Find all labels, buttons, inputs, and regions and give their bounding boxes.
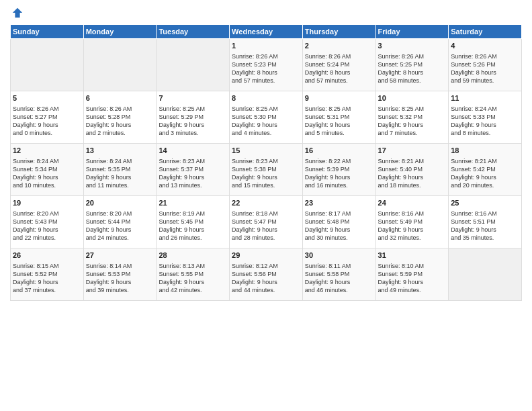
day-number: 27 bbox=[86, 250, 154, 261]
day-number: 30 bbox=[305, 250, 373, 261]
day-number: 22 bbox=[232, 198, 300, 208]
calendar-cell: 28Sunrise: 8:13 AM Sunset: 5:55 PM Dayli… bbox=[157, 248, 230, 301]
calendar-cell: 23Sunrise: 8:17 AM Sunset: 5:48 PM Dayli… bbox=[302, 196, 375, 248]
calendar-cell: 6Sunrise: 8:26 AM Sunset: 5:28 PM Daylig… bbox=[83, 91, 157, 144]
day-number: 26 bbox=[13, 250, 81, 261]
day-number: 8 bbox=[232, 93, 300, 103]
day-info: Sunrise: 8:25 AM Sunset: 5:29 PM Dayligh… bbox=[159, 105, 227, 138]
day-number: 13 bbox=[86, 146, 154, 156]
calendar-cell: 10Sunrise: 8:25 AM Sunset: 5:32 PM Dayli… bbox=[375, 91, 449, 144]
day-number: 2 bbox=[305, 41, 373, 51]
day-info: Sunrise: 8:12 AM Sunset: 5:56 PM Dayligh… bbox=[232, 262, 300, 295]
calendar-cell: 7Sunrise: 8:25 AM Sunset: 5:29 PM Daylig… bbox=[157, 91, 230, 144]
calendar-cell: 17Sunrise: 8:21 AM Sunset: 5:40 PM Dayli… bbox=[375, 144, 449, 196]
day-number: 3 bbox=[378, 41, 447, 51]
day-header-saturday: Saturday bbox=[449, 25, 522, 39]
day-info: Sunrise: 8:19 AM Sunset: 5:45 PM Dayligh… bbox=[159, 210, 227, 242]
day-info: Sunrise: 8:15 AM Sunset: 5:52 PM Dayligh… bbox=[13, 262, 81, 295]
day-info: Sunrise: 8:18 AM Sunset: 5:47 PM Dayligh… bbox=[232, 210, 300, 242]
calendar-cell: 9Sunrise: 8:25 AM Sunset: 5:31 PM Daylig… bbox=[302, 91, 375, 144]
day-number: 28 bbox=[159, 250, 227, 261]
day-info: Sunrise: 8:26 AM Sunset: 5:28 PM Dayligh… bbox=[86, 105, 154, 138]
day-number: 24 bbox=[378, 198, 447, 208]
day-number: 4 bbox=[451, 41, 519, 51]
day-header-friday: Friday bbox=[375, 25, 449, 39]
days-header-row: SundayMondayTuesdayWednesdayThursdayFrid… bbox=[11, 25, 522, 39]
day-info: Sunrise: 8:21 AM Sunset: 5:42 PM Dayligh… bbox=[451, 157, 519, 190]
day-number: 15 bbox=[232, 146, 300, 156]
logo bbox=[10, 7, 24, 19]
day-info: Sunrise: 8:16 AM Sunset: 5:51 PM Dayligh… bbox=[451, 210, 519, 242]
calendar-cell: 27Sunrise: 8:14 AM Sunset: 5:53 PM Dayli… bbox=[83, 248, 157, 301]
calendar-week-1: 1Sunrise: 8:26 AM Sunset: 5:23 PM Daylig… bbox=[11, 39, 522, 91]
day-header-monday: Monday bbox=[83, 25, 157, 39]
calendar-cell: 1Sunrise: 8:26 AM Sunset: 5:23 PM Daylig… bbox=[230, 39, 303, 91]
calendar-cell: 8Sunrise: 8:25 AM Sunset: 5:30 PM Daylig… bbox=[230, 91, 303, 144]
svg-marker-0 bbox=[13, 8, 22, 17]
calendar-cell: 12Sunrise: 8:24 AM Sunset: 5:34 PM Dayli… bbox=[11, 144, 84, 196]
calendar-cell: 18Sunrise: 8:21 AM Sunset: 5:42 PM Dayli… bbox=[449, 144, 522, 196]
calendar-cell: 11Sunrise: 8:24 AM Sunset: 5:33 PM Dayli… bbox=[449, 91, 522, 144]
day-info: Sunrise: 8:25 AM Sunset: 5:31 PM Dayligh… bbox=[305, 105, 373, 138]
calendar-cell: 30Sunrise: 8:11 AM Sunset: 5:58 PM Dayli… bbox=[302, 248, 375, 301]
day-header-thursday: Thursday bbox=[302, 25, 375, 39]
calendar-cell bbox=[449, 248, 522, 301]
day-number: 6 bbox=[86, 93, 154, 103]
calendar-cell: 3Sunrise: 8:26 AM Sunset: 5:25 PM Daylig… bbox=[375, 39, 449, 91]
day-info: Sunrise: 8:23 AM Sunset: 5:37 PM Dayligh… bbox=[159, 157, 227, 190]
day-info: Sunrise: 8:25 AM Sunset: 5:30 PM Dayligh… bbox=[232, 105, 300, 138]
day-header-tuesday: Tuesday bbox=[157, 25, 230, 39]
day-number: 31 bbox=[378, 250, 447, 261]
day-info: Sunrise: 8:13 AM Sunset: 5:55 PM Dayligh… bbox=[159, 262, 227, 295]
day-info: Sunrise: 8:26 AM Sunset: 5:26 PM Dayligh… bbox=[451, 52, 519, 85]
calendar-cell: 21Sunrise: 8:19 AM Sunset: 5:45 PM Dayli… bbox=[157, 196, 230, 248]
calendar-cell bbox=[11, 39, 84, 91]
calendar-cell: 5Sunrise: 8:26 AM Sunset: 5:27 PM Daylig… bbox=[11, 91, 84, 144]
day-info: Sunrise: 8:24 AM Sunset: 5:35 PM Dayligh… bbox=[86, 157, 154, 190]
day-number: 23 bbox=[305, 198, 373, 208]
day-info: Sunrise: 8:25 AM Sunset: 5:32 PM Dayligh… bbox=[378, 105, 447, 138]
day-number: 12 bbox=[13, 146, 81, 156]
day-info: Sunrise: 8:26 AM Sunset: 5:23 PM Dayligh… bbox=[232, 52, 300, 85]
calendar-cell: 14Sunrise: 8:23 AM Sunset: 5:37 PM Dayli… bbox=[157, 144, 230, 196]
day-info: Sunrise: 8:24 AM Sunset: 5:34 PM Dayligh… bbox=[13, 157, 81, 190]
calendar-cell bbox=[157, 39, 230, 91]
day-number: 20 bbox=[86, 198, 154, 208]
day-number: 11 bbox=[451, 93, 519, 103]
day-info: Sunrise: 8:24 AM Sunset: 5:33 PM Dayligh… bbox=[451, 105, 519, 138]
calendar-cell: 20Sunrise: 8:20 AM Sunset: 5:44 PM Dayli… bbox=[83, 196, 157, 248]
calendar-week-4: 19Sunrise: 8:20 AM Sunset: 5:43 PM Dayli… bbox=[11, 196, 522, 248]
calendar-cell: 29Sunrise: 8:12 AM Sunset: 5:56 PM Dayli… bbox=[230, 248, 303, 301]
day-info: Sunrise: 8:16 AM Sunset: 5:49 PM Dayligh… bbox=[378, 210, 447, 242]
calendar-cell: 24Sunrise: 8:16 AM Sunset: 5:49 PM Dayli… bbox=[375, 196, 449, 248]
day-number: 16 bbox=[305, 146, 373, 156]
header bbox=[10, 7, 522, 19]
calendar-cell: 31Sunrise: 8:10 AM Sunset: 5:59 PM Dayli… bbox=[375, 248, 449, 301]
day-info: Sunrise: 8:11 AM Sunset: 5:58 PM Dayligh… bbox=[305, 262, 373, 295]
day-header-wednesday: Wednesday bbox=[230, 25, 303, 39]
day-info: Sunrise: 8:21 AM Sunset: 5:40 PM Dayligh… bbox=[378, 157, 447, 190]
calendar-cell: 15Sunrise: 8:23 AM Sunset: 5:38 PM Dayli… bbox=[230, 144, 303, 196]
day-info: Sunrise: 8:22 AM Sunset: 5:39 PM Dayligh… bbox=[305, 157, 373, 190]
calendar-cell: 25Sunrise: 8:16 AM Sunset: 5:51 PM Dayli… bbox=[449, 196, 522, 248]
calendar-cell: 26Sunrise: 8:15 AM Sunset: 5:52 PM Dayli… bbox=[11, 248, 84, 301]
day-number: 1 bbox=[232, 41, 300, 51]
logo-icon bbox=[11, 7, 24, 19]
day-info: Sunrise: 8:17 AM Sunset: 5:48 PM Dayligh… bbox=[305, 210, 373, 242]
calendar-cell: 2Sunrise: 8:26 AM Sunset: 5:24 PM Daylig… bbox=[302, 39, 375, 91]
day-number: 17 bbox=[378, 146, 447, 156]
day-number: 10 bbox=[378, 93, 447, 103]
day-number: 14 bbox=[159, 146, 227, 156]
calendar-week-5: 26Sunrise: 8:15 AM Sunset: 5:52 PM Dayli… bbox=[11, 248, 522, 301]
day-info: Sunrise: 8:26 AM Sunset: 5:27 PM Dayligh… bbox=[13, 105, 81, 138]
day-number: 25 bbox=[451, 198, 519, 208]
day-info: Sunrise: 8:26 AM Sunset: 5:24 PM Dayligh… bbox=[305, 52, 373, 85]
page: SundayMondayTuesdayWednesdayThursdayFrid… bbox=[0, 0, 532, 411]
day-number: 29 bbox=[232, 250, 300, 261]
day-number: 5 bbox=[13, 93, 81, 103]
day-header-sunday: Sunday bbox=[11, 25, 84, 39]
day-info: Sunrise: 8:10 AM Sunset: 5:59 PM Dayligh… bbox=[378, 262, 447, 295]
calendar-week-3: 12Sunrise: 8:24 AM Sunset: 5:34 PM Dayli… bbox=[11, 144, 522, 196]
day-info: Sunrise: 8:14 AM Sunset: 5:53 PM Dayligh… bbox=[86, 262, 154, 295]
day-number: 21 bbox=[159, 198, 227, 208]
